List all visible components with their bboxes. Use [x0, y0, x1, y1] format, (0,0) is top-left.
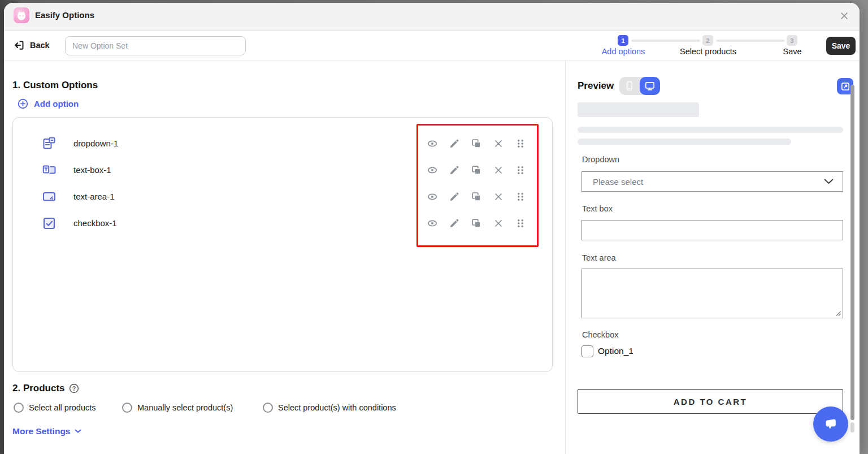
option-row-label: checkbox-1: [73, 218, 117, 228]
skeleton-line-placeholder: [578, 127, 843, 133]
expand-icon: [840, 81, 850, 92]
circled-plus-icon: [18, 98, 28, 109]
textarea-type-icon: [42, 189, 57, 204]
products-heading: 2. Products ?: [12, 383, 79, 394]
preview-checkbox-option-label: Option_1: [598, 346, 633, 356]
option-row-label: text-box-1: [73, 165, 111, 175]
chat-widget-button[interactable]: [813, 407, 848, 442]
radio-label: Select product(s) with conditions: [278, 403, 396, 412]
duplicate-icon[interactable]: [471, 138, 482, 149]
question-mark-icon[interactable]: ?: [69, 383, 79, 394]
duplicate-icon[interactable]: [471, 191, 482, 202]
svg-text:?: ?: [72, 386, 76, 392]
easify-app-icon: [14, 7, 29, 23]
preview-dropdown-select[interactable]: Please select: [581, 171, 843, 192]
radio-select-products-with-conditions[interactable]: Select product(s) with conditions: [263, 403, 396, 413]
skeleton-title-placeholder: [578, 102, 699, 117]
preview-textarea-input[interactable]: [581, 269, 843, 318]
delete-x-icon[interactable]: [493, 165, 504, 176]
radio-label: Select all products: [29, 403, 96, 412]
products-heading-text: 2. Products: [12, 383, 65, 394]
skeleton-line-placeholder: [578, 139, 791, 145]
textarea-resize-handle-icon[interactable]: [835, 310, 841, 317]
textbox-type-icon: [42, 163, 57, 178]
step-2-label[interactable]: Select products: [680, 47, 736, 56]
checkbox-type-icon: [42, 216, 57, 231]
window-title: Easify Options: [35, 10, 94, 20]
step-1-label[interactable]: Add options: [602, 47, 645, 56]
preview-textbox-input[interactable]: [581, 220, 843, 240]
step-1-badge: 1: [618, 35, 628, 46]
option-row-label: dropdown-1: [73, 139, 118, 148]
device-preview-toggle: [619, 77, 660, 95]
step-3-number: 3: [790, 37, 793, 44]
drag-handle-icon[interactable]: [515, 191, 526, 202]
pencil-icon[interactable]: [449, 165, 460, 176]
more-settings-button[interactable]: More Settings: [12, 426, 81, 436]
preview-textarea-label: Text area: [582, 253, 616, 262]
duplicate-icon[interactable]: [471, 165, 482, 176]
row-actions-text-box: [427, 157, 527, 183]
step-connector-1: [631, 40, 700, 42]
close-icon: [839, 11, 849, 21]
back-button[interactable]: Back: [14, 40, 50, 51]
preview-checkbox-input[interactable]: [581, 345, 593, 357]
preview-dropdown-placeholder: Please select: [593, 177, 824, 187]
delete-x-icon[interactable]: [493, 218, 504, 229]
eye-icon[interactable]: [427, 165, 438, 176]
dropdown-type-icon: [42, 136, 57, 151]
radio-circle-icon: [122, 403, 132, 413]
drag-handle-icon[interactable]: [515, 138, 526, 149]
desktop-monitor-icon: [644, 80, 656, 92]
row-actions-checkbox: [427, 210, 527, 236]
step-2-badge: 2: [702, 35, 713, 46]
window-titlebar: [4, 3, 860, 31]
step-3-label[interactable]: Save: [783, 47, 801, 56]
preview-scrollbar-track[interactable]: [850, 422, 854, 433]
add-option-button[interactable]: Add option: [18, 98, 79, 109]
select-chevron-icon: [824, 179, 834, 185]
eye-icon[interactable]: [427, 191, 438, 202]
mobile-preview-button[interactable]: [619, 77, 640, 95]
desktop-preview-button[interactable]: [640, 77, 660, 95]
row-actions-text-area: [427, 183, 527, 210]
step-connector-2: [716, 40, 784, 42]
row-actions-dropdown: [427, 130, 527, 157]
more-settings-label: More Settings: [12, 426, 70, 436]
back-exit-icon: [14, 40, 25, 51]
panel-divider: [565, 61, 566, 454]
mobile-phone-icon: [624, 80, 635, 92]
option-set-name-input[interactable]: [65, 36, 246, 55]
chat-bubble-icon: [822, 416, 839, 433]
radio-select-all-products[interactable]: Select all products: [14, 403, 96, 413]
drag-handle-icon[interactable]: [515, 218, 526, 229]
cat-mascot-icon: [15, 8, 28, 22]
radio-label: Manually select product(s): [137, 403, 233, 412]
eye-icon[interactable]: [427, 138, 438, 149]
preview-textbox-label: Text box: [582, 204, 613, 213]
preview-scrollbar-thumb[interactable]: [850, 85, 854, 420]
preview-heading: Preview: [578, 80, 614, 92]
option-row-label: text-area-1: [73, 192, 115, 201]
custom-options-heading: 1. Custom Options: [12, 80, 98, 91]
close-button[interactable]: [837, 9, 851, 23]
duplicate-icon[interactable]: [471, 218, 482, 229]
pencil-icon[interactable]: [449, 218, 460, 229]
back-label: Back: [30, 41, 50, 50]
step-2-number: 2: [706, 37, 709, 44]
add-to-cart-button[interactable]: ADD TO CART: [578, 389, 843, 414]
step-1-number: 1: [621, 37, 624, 44]
radio-circle-icon: [14, 403, 24, 413]
pencil-icon[interactable]: [449, 191, 460, 202]
drag-handle-icon[interactable]: [515, 165, 526, 176]
save-button[interactable]: Save: [826, 37, 856, 55]
delete-x-icon[interactable]: [493, 138, 504, 149]
preview-checkbox-label: Checkbox: [582, 330, 618, 339]
pencil-icon[interactable]: [449, 138, 460, 149]
delete-x-icon[interactable]: [493, 191, 504, 202]
eye-icon[interactable]: [427, 218, 438, 229]
chevron-down-icon: [75, 429, 81, 434]
radio-circle-icon: [263, 403, 273, 413]
preview-dropdown-label: Dropdown: [582, 155, 619, 164]
radio-manually-select-products[interactable]: Manually select product(s): [122, 403, 233, 413]
